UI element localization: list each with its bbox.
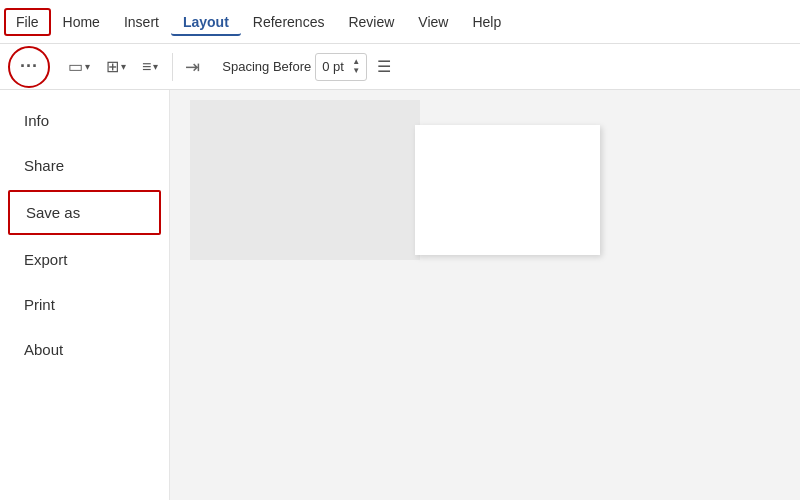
line-spacing-button[interactable]: ≡ ▾ — [136, 54, 164, 80]
spinner-down-icon[interactable]: ▼ — [352, 67, 360, 75]
toolbar: ··· ▭ ▾ ⊞ ▾ ≡ ▾ ⇥ Spacing Before 0 pt ▲ … — [0, 44, 800, 90]
toolbar-separator-1 — [172, 53, 173, 81]
menu-item-layout[interactable]: Layout — [171, 8, 241, 36]
spacing-before-input[interactable]: 0 pt ▲ ▼ — [315, 53, 367, 81]
document-page-white — [415, 125, 600, 255]
menu-item-help[interactable]: Help — [460, 8, 513, 36]
content-area: Info Share Save as Export Print About — [0, 90, 800, 500]
menu-item-file[interactable]: File — [4, 8, 51, 36]
document-area — [170, 90, 800, 500]
dropdown-item-about[interactable]: About — [0, 327, 169, 372]
columns-chevron-icon: ▾ — [121, 61, 126, 72]
menu-item-review[interactable]: Review — [336, 8, 406, 36]
page-layout-chevron-icon: ▾ — [85, 61, 90, 72]
spinner-up-icon[interactable]: ▲ — [352, 58, 360, 66]
spacing-before-spinner[interactable]: ▲ ▼ — [352, 58, 360, 75]
document-page-gray — [190, 100, 420, 260]
columns-icon: ⊞ — [106, 57, 119, 76]
menu-item-references[interactable]: References — [241, 8, 337, 36]
dropdown-item-save-as[interactable]: Save as — [8, 190, 161, 235]
page-layout-button[interactable]: ▭ ▾ — [62, 53, 96, 80]
file-dropdown-panel: Info Share Save as Export Print About — [0, 90, 170, 500]
spacing-before-value: 0 pt — [322, 59, 344, 74]
more-options-button[interactable]: ··· — [8, 46, 50, 88]
dropdown-item-export[interactable]: Export — [0, 237, 169, 282]
page-layout-icon: ▭ — [68, 57, 83, 76]
dropdown-item-info[interactable]: Info — [0, 98, 169, 143]
menu-bar: File Home Insert Layout References Revie… — [0, 0, 800, 44]
more-toolbar-icon[interactable]: ☰ — [377, 57, 391, 76]
line-spacing-chevron-icon: ▾ — [153, 61, 158, 72]
spacing-before-label: Spacing Before — [222, 59, 311, 74]
menu-item-home[interactable]: Home — [51, 8, 112, 36]
menu-item-view[interactable]: View — [406, 8, 460, 36]
dropdown-item-print[interactable]: Print — [0, 282, 169, 327]
spacing-before-control: Spacing Before 0 pt ▲ ▼ — [216, 53, 367, 81]
columns-button[interactable]: ⊞ ▾ — [100, 53, 132, 80]
menu-item-insert[interactable]: Insert — [112, 8, 171, 36]
dropdown-item-share[interactable]: Share — [0, 143, 169, 188]
indent-icon: ⇥ — [185, 56, 200, 78]
line-spacing-icon: ≡ — [142, 58, 151, 76]
